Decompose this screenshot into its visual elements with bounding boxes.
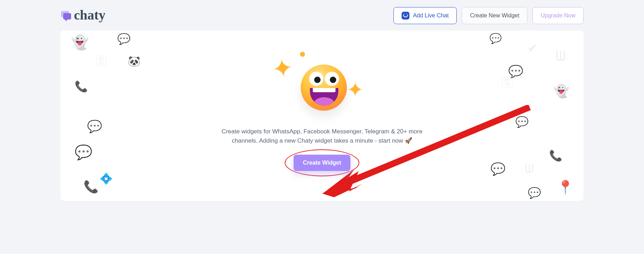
sparkle-icon: ✦ bbox=[270, 53, 295, 84]
create-new-widget-button[interactable]: Create New Widget bbox=[462, 7, 527, 24]
header: chaty Add Live Chat Create New Widget Up… bbox=[60, 5, 584, 26]
add-live-chat-label: Add Live Chat bbox=[413, 12, 449, 19]
upgrade-label: Upgrade Now bbox=[541, 12, 575, 19]
chat-icon bbox=[402, 12, 409, 20]
logo-icon bbox=[60, 10, 71, 21]
add-live-chat-button[interactable]: Add Live Chat bbox=[393, 7, 457, 24]
sparkle-icon: ✦ bbox=[347, 78, 364, 101]
hero-illustration: ✦ ✦ bbox=[276, 54, 368, 125]
create-widget-button[interactable]: Create Widget bbox=[294, 155, 350, 171]
cta-container: Create Widget bbox=[294, 155, 350, 171]
brand-name: chaty bbox=[74, 8, 106, 22]
create-widget-label: Create Widget bbox=[303, 160, 341, 166]
header-actions: Add Live Chat Create New Widget Upgrade … bbox=[393, 7, 584, 24]
create-new-widget-label: Create New Widget bbox=[470, 12, 519, 19]
smiley-emoji-icon bbox=[301, 65, 347, 111]
empty-state-description: Create widgets for WhatsApp, Facebook Me… bbox=[212, 127, 432, 146]
upgrade-button[interactable]: Upgrade Now bbox=[532, 7, 584, 24]
sparkle-dot-icon bbox=[300, 52, 305, 57]
empty-state-card: 👻 💬 🇸 📞 🐼 💬 💬 💠 📞 💬 ✔ ᗯ 💬 🇸 👻 💬 📞 💬 ᗯ 📍 … bbox=[60, 31, 584, 201]
brand-logo: chaty bbox=[60, 9, 106, 22]
